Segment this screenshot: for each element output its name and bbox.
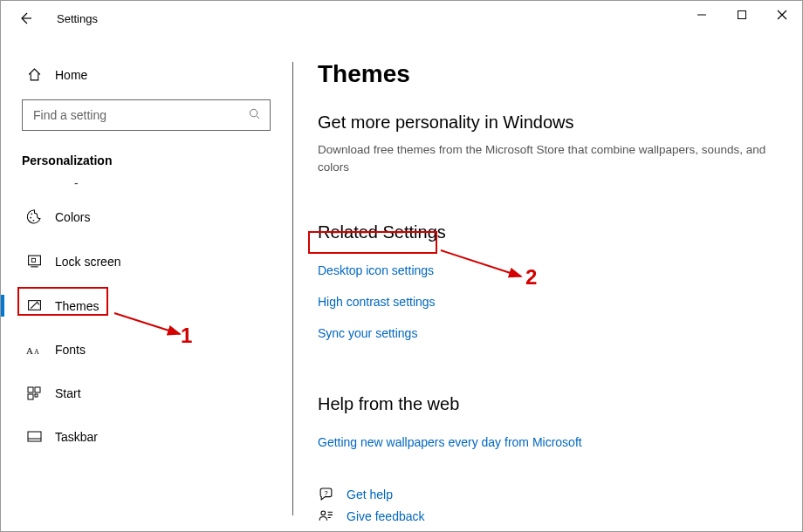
- app-title: Settings: [41, 12, 98, 25]
- svg-point-2: [250, 109, 257, 116]
- sidebar-item-label: Lock screen: [55, 255, 120, 269]
- sidebar-item-label: Taskbar: [55, 430, 98, 444]
- sidebar-item-start[interactable]: Start: [22, 376, 275, 411]
- themes-icon: [26, 298, 42, 313]
- sidebar: Home Personalization - Colors Lock scree…: [1, 36, 293, 531]
- lockscreen-icon: [26, 254, 42, 269]
- sidebar-stub: -: [22, 176, 293, 190]
- svg-line-3: [257, 116, 259, 119]
- related-settings-title: Related Settings: [318, 222, 776, 242]
- sidebar-item-fonts[interactable]: AA Fonts: [22, 332, 275, 367]
- search-box[interactable]: [22, 99, 271, 131]
- sidebar-item-label: Colors: [55, 210, 90, 224]
- sidebar-item-label: Fonts: [55, 343, 86, 357]
- start-icon: [26, 386, 42, 400]
- maximize-button[interactable]: [722, 1, 762, 29]
- link-get-help[interactable]: Get help: [347, 488, 393, 501]
- taskbar-icon: [26, 431, 42, 443]
- get-help-icon: ?: [318, 488, 333, 502]
- svg-point-20: [320, 510, 325, 515]
- window-controls: [682, 1, 802, 29]
- svg-text:?: ?: [324, 488, 327, 496]
- svg-point-4: [31, 213, 32, 215]
- svg-rect-14: [35, 387, 40, 392]
- main-pane: Themes Get more personality in Windows D…: [293, 36, 802, 531]
- more-personality-desc: Download free themes from the Microsoft …: [318, 141, 776, 177]
- home-icon: [26, 67, 42, 82]
- minimize-button[interactable]: [682, 1, 722, 29]
- sidebar-item-colors[interactable]: Colors: [22, 199, 275, 235]
- svg-rect-7: [28, 256, 40, 265]
- link-high-contrast-settings[interactable]: High contrast settings: [318, 295, 436, 309]
- svg-rect-16: [35, 394, 38, 397]
- help-from-web-title: Help from the web: [318, 394, 776, 414]
- link-wallpapers-help[interactable]: Getting new wallpapers every day from Mi…: [318, 435, 582, 449]
- close-button[interactable]: [762, 1, 802, 29]
- svg-text:A: A: [26, 345, 33, 356]
- svg-rect-17: [28, 432, 41, 441]
- link-desktop-icon-settings[interactable]: Desktop icon settings: [318, 263, 434, 277]
- svg-text:A: A: [34, 348, 39, 356]
- svg-point-6: [32, 220, 34, 222]
- sidebar-item-lockscreen[interactable]: Lock screen: [22, 243, 275, 279]
- svg-rect-8: [31, 258, 35, 262]
- more-personality-title: Get more personality in Windows: [318, 113, 776, 133]
- sidebar-divider: [292, 62, 293, 515]
- link-give-feedback[interactable]: Give feedback: [347, 509, 425, 523]
- back-button[interactable]: [10, 4, 41, 32]
- svg-rect-15: [28, 394, 33, 399]
- svg-rect-1: [738, 11, 746, 19]
- sidebar-item-label: Start: [55, 386, 81, 400]
- sidebar-home[interactable]: Home: [22, 62, 293, 87]
- title-bar: Settings: [1, 1, 802, 36]
- colors-icon: [26, 209, 42, 224]
- sidebar-item-themes[interactable]: Themes: [22, 288, 275, 324]
- fonts-icon: AA: [26, 344, 42, 357]
- svg-point-5: [30, 217, 31, 219]
- link-sync-settings[interactable]: Sync your settings: [318, 326, 417, 340]
- get-help-row[interactable]: ? Get help: [318, 488, 776, 502]
- sidebar-item-label: Themes: [55, 299, 100, 313]
- sidebar-category: Personalization: [22, 153, 293, 167]
- search-input[interactable]: [31, 107, 261, 123]
- give-feedback-row[interactable]: Give feedback: [318, 509, 776, 524]
- svg-rect-13: [28, 387, 33, 392]
- page-title: Themes: [318, 60, 776, 88]
- search-icon: [248, 107, 261, 123]
- feedback-icon: [318, 509, 333, 524]
- sidebar-home-label: Home: [55, 68, 87, 82]
- sidebar-item-taskbar[interactable]: Taskbar: [22, 419, 275, 454]
- content: Home Personalization - Colors Lock scree…: [1, 36, 802, 531]
